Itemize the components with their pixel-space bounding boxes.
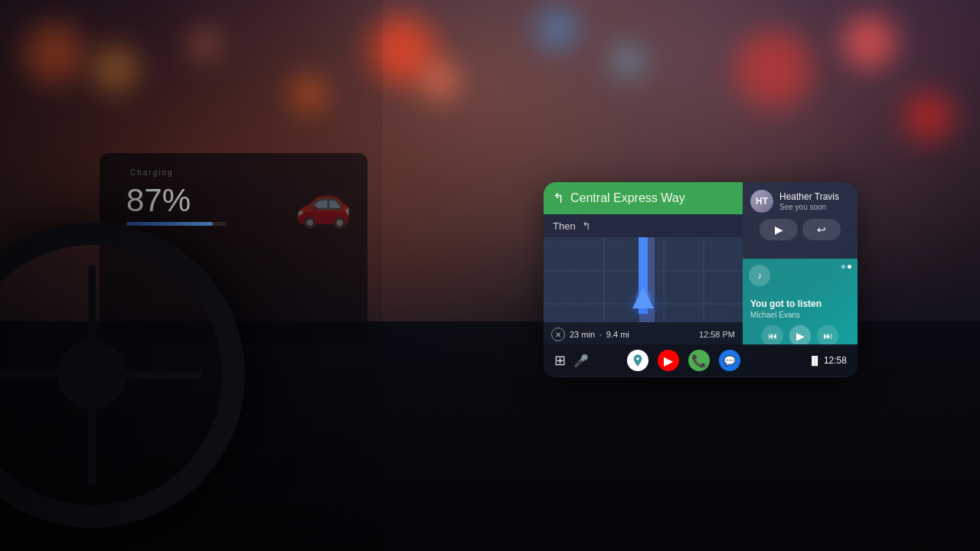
nav-marker-container xyxy=(632,287,654,308)
navigation-section: ↰ Central Express Way Then ↰ xyxy=(544,182,743,347)
battery-bar-bg xyxy=(126,222,226,226)
nav-close-button[interactable]: ✕ xyxy=(551,328,565,341)
notif-contact-name: Heather Travis xyxy=(779,191,839,202)
bokeh-light xyxy=(536,8,578,50)
bokeh-light xyxy=(191,31,218,57)
phone-app-icon[interactable]: 📞 xyxy=(688,350,710,371)
nav-header: ↰ Central Express Way xyxy=(544,182,743,214)
music-controls: ⏮ ▶ ⏭ xyxy=(750,325,850,347)
music-prev-button[interactable]: ⏮ xyxy=(762,325,783,347)
nav-then-row: Then ↰ xyxy=(544,214,743,237)
nav-eta-time: 23 min xyxy=(570,330,595,339)
nav-arrival-time: 12:58 PM xyxy=(699,330,735,339)
youtube-app-icon[interactable]: ▶ xyxy=(658,350,679,371)
music-next-button[interactable]: ⏭ xyxy=(817,325,838,347)
nav-separator-1: • xyxy=(599,331,602,338)
signal-icon: ▐▌ xyxy=(808,356,821,365)
nav-glow xyxy=(635,290,651,305)
messages-app-icon[interactable]: 💬 xyxy=(719,350,740,371)
music-card: ♪ You got to listen Michael Evans ⏮ ▶ ⏭ xyxy=(743,259,858,347)
bokeh-light xyxy=(612,46,643,77)
steering-spoke-h xyxy=(0,371,201,379)
bokeh-light xyxy=(421,61,459,99)
music-page-indicators xyxy=(841,265,851,269)
taskbar: ⊞ 🎤 ▶ 📞 💬 ▐▌ 12:58 xyxy=(544,344,858,377)
notification-card: HT Heather Travis See you soon ▶ ↩ xyxy=(743,182,858,259)
notif-text: Heather Travis See you soon xyxy=(779,191,839,210)
bokeh-light xyxy=(291,77,325,111)
apps-grid-button[interactable]: ⊞ xyxy=(554,352,566,369)
mic-button[interactable]: 🎤 xyxy=(573,354,589,368)
notif-avatar: HT xyxy=(750,190,773,213)
notif-message: See you soon xyxy=(779,203,839,211)
bokeh-light xyxy=(842,15,896,69)
clock-display: 12:58 xyxy=(824,355,847,366)
charging-label: Charging xyxy=(130,168,174,177)
battery-display: 87% xyxy=(126,182,191,219)
battery-bar-fill xyxy=(126,222,213,226)
nav-eta-bar: ✕ 23 min • 9.4 mi 12:58 PM xyxy=(544,322,743,347)
music-artist-name: Michael Evans xyxy=(750,311,850,319)
steering-spoke-v xyxy=(88,266,96,484)
music-dot-2 xyxy=(848,265,851,269)
notif-header: HT Heather Travis See you soon xyxy=(750,190,850,213)
maps-app-icon[interactable] xyxy=(627,350,648,371)
music-play-button[interactable]: ▶ xyxy=(789,325,811,347)
nav-turn-icon: ↰ xyxy=(553,190,564,207)
bokeh-light xyxy=(903,92,953,142)
right-panel: HT Heather Travis See you soon ▶ ↩ ♪ You… xyxy=(743,182,858,347)
bokeh-light xyxy=(23,23,84,84)
nav-distance: 9.4 mi xyxy=(606,330,629,339)
app-shortcuts: ▶ 📞 💬 xyxy=(627,350,740,371)
nav-street-name: Central Express Way xyxy=(570,191,685,205)
music-dot-1 xyxy=(841,265,845,269)
nav-then-label: Then xyxy=(553,220,576,232)
car-icon: 🚗 xyxy=(295,176,352,230)
notif-play-button[interactable]: ▶ xyxy=(760,219,798,240)
bokeh-light xyxy=(735,31,812,107)
music-album-art: ♪ xyxy=(749,265,770,286)
taskbar-status: ▐▌ 12:58 xyxy=(808,355,847,366)
notif-actions: ▶ ↩ xyxy=(750,219,850,240)
music-song-title: You got to listen xyxy=(750,298,850,309)
bokeh-light xyxy=(92,46,138,92)
nav-then-turn-icon: ↰ xyxy=(582,220,591,232)
notif-reply-button[interactable]: ↩ xyxy=(802,219,841,240)
